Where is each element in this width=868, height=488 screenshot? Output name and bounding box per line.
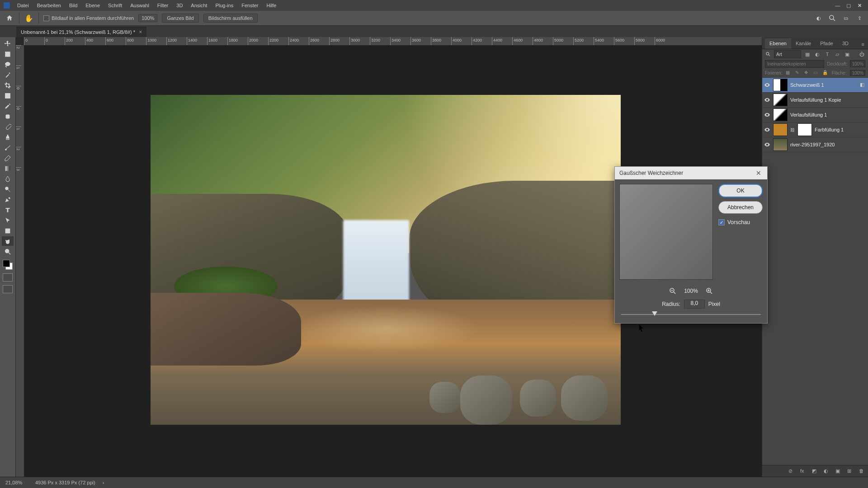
menu-filter[interactable]: Filter	[154, 1, 172, 9]
fill-value[interactable]: 100%	[850, 70, 865, 76]
filter-type-icon[interactable]: T	[824, 51, 831, 58]
status-zoom[interactable]: 21,08%	[5, 480, 28, 485]
quick-mask-button[interactable]	[3, 273, 13, 282]
layer-name[interactable]: Schwarzweiß 1	[790, 82, 857, 88]
visibility-toggle-icon[interactable]	[764, 127, 770, 133]
opacity-value[interactable]: 100%	[850, 60, 865, 67]
dialog-titlebar[interactable]: Gaußscher Weichzeichner ✕	[615, 167, 767, 179]
history-brush-tool[interactable]	[2, 143, 14, 152]
dialog-preview[interactable]	[619, 184, 713, 280]
clone-stamp-tool[interactable]	[2, 132, 14, 142]
dialog-close-button[interactable]: ✕	[755, 169, 763, 177]
layer-thumbnail[interactable]	[773, 138, 788, 151]
lock-artboard-icon[interactable]: ▭	[813, 70, 819, 76]
magic-wand-tool[interactable]	[2, 70, 14, 80]
dodge-tool[interactable]	[2, 184, 14, 194]
radius-input[interactable]: 8,0	[684, 300, 705, 309]
window-restore-button[interactable]: ▢	[844, 1, 854, 9]
hand-tool-selected[interactable]	[2, 236, 14, 246]
blend-mode-select[interactable]: Ineinanderkopieren	[765, 60, 824, 68]
delete-layer-icon[interactable]: 🗑	[859, 468, 865, 474]
ok-button[interactable]: OK	[718, 184, 763, 197]
healing-brush-tool[interactable]	[2, 112, 14, 121]
menu-datei[interactable]: Datei	[14, 1, 33, 9]
rectangle-tool[interactable]	[2, 226, 14, 235]
layer-row[interactable]: river-2951997_1920	[762, 137, 868, 152]
filter-adjust-icon[interactable]: ◐	[814, 51, 821, 58]
foreground-color-swatch[interactable]	[3, 260, 10, 267]
move-tool[interactable]	[2, 39, 14, 48]
lock-transparency-icon[interactable]: ▦	[786, 70, 791, 76]
menu-bearbeiten[interactable]: Bearbeiten	[33, 1, 65, 9]
new-layer-icon[interactable]: ⊞	[847, 468, 854, 474]
zoom-in-button[interactable]	[705, 287, 713, 295]
layer-thumbnail[interactable]	[773, 108, 788, 121]
tab-close-icon[interactable]: ×	[139, 29, 142, 35]
fill-screen-button[interactable]: Bildschirm ausfüllen	[203, 14, 258, 23]
menu-bild[interactable]: Bild	[66, 1, 81, 9]
lasso-tool[interactable]	[2, 60, 14, 69]
workspace-icon[interactable]: ▭	[842, 14, 850, 22]
menu-plugins[interactable]: Plug-ins	[212, 1, 237, 9]
document-tab[interactable]: Unbenannt-1 bei 21,1% (Schwarzweiß 1, RG…	[16, 27, 146, 37]
eyedropper-tool[interactable]	[2, 101, 14, 111]
layer-row[interactable]: ⛓Farbfüllung 1	[762, 122, 868, 137]
link-layers-icon[interactable]: ⊘	[788, 468, 795, 474]
filter-kind-select[interactable]: Art	[774, 50, 801, 58]
cancel-button[interactable]: Abbrechen	[718, 201, 763, 214]
filter-smart-icon[interactable]: ▣	[844, 51, 851, 58]
blur-tool[interactable]	[2, 174, 14, 183]
visibility-toggle-icon[interactable]	[764, 82, 770, 88]
layer-fx-icon[interactable]: fx	[800, 468, 807, 474]
visibility-toggle-icon[interactable]	[764, 112, 770, 118]
panel-menu-icon[interactable]: ≡	[858, 40, 868, 49]
layer-thumbnail[interactable]	[773, 123, 788, 136]
link-icon[interactable]: ⛓	[790, 127, 795, 132]
menu-ansicht[interactable]: Ansicht	[187, 1, 211, 9]
adjustment-layer-icon[interactable]: ◐	[824, 468, 830, 474]
crop-tool[interactable]	[2, 80, 14, 90]
window-close-button[interactable]: ✕	[854, 1, 864, 9]
vertical-ruler[interactable]: 2100123	[16, 45, 24, 477]
tab-pfade[interactable]: Pfade	[816, 38, 838, 49]
layer-group-icon[interactable]: ▣	[835, 468, 842, 474]
visibility-toggle-icon[interactable]	[764, 97, 770, 103]
menu-schrift[interactable]: Schrift	[104, 1, 126, 9]
window-minimize-button[interactable]: —	[833, 1, 843, 9]
lock-all-icon[interactable]: 🔒	[822, 70, 828, 76]
radius-slider[interactable]	[621, 310, 761, 319]
cloud-docs-icon[interactable]: ◐	[815, 14, 823, 22]
mask-thumbnail[interactable]	[797, 123, 812, 136]
lock-position-icon[interactable]: ✥	[804, 70, 810, 76]
layer-row[interactable]: Verlaufsfüllung 1	[762, 108, 868, 122]
zoom-value-field[interactable]: 100%	[138, 14, 157, 22]
lock-paint-icon[interactable]: ✎	[795, 70, 801, 76]
frame-tool[interactable]	[2, 91, 14, 100]
zoom-tool[interactable]	[2, 247, 14, 256]
layer-mask-icon[interactable]: ◩	[812, 468, 818, 474]
scroll-all-windows-checkbox[interactable]: Bildlauf in allen Fenstern durchführen	[43, 15, 134, 21]
layer-row[interactable]: Schwarzweiß 1◧	[762, 78, 868, 93]
layer-name[interactable]: Verlaufsfüllung 1 Kopie	[790, 97, 866, 103]
status-docinfo[interactable]: 4936 Px x 3319 Px (72 ppi)	[35, 480, 95, 485]
adjustment-icon[interactable]: ◧	[860, 82, 866, 88]
filter-pixel-icon[interactable]: ▦	[804, 51, 811, 58]
status-chevron-icon[interactable]: ›	[103, 480, 104, 485]
eraser-tool[interactable]	[2, 153, 14, 163]
layer-thumbnail[interactable]	[773, 79, 788, 91]
path-selection-tool[interactable]	[2, 216, 14, 225]
share-icon[interactable]: ⇪	[855, 14, 863, 22]
layer-thumbnail[interactable]	[773, 94, 788, 106]
menu-auswahl[interactable]: Auswahl	[127, 1, 153, 9]
horizontal-ruler[interactable]: 0020040060080010001200140016001800200022…	[24, 37, 762, 46]
layer-name[interactable]: Farbfüllung 1	[815, 127, 866, 132]
screen-mode-button[interactable]	[3, 285, 13, 293]
layer-row[interactable]: Verlaufsfüllung 1 Kopie	[762, 93, 868, 108]
slider-thumb-icon[interactable]	[652, 311, 657, 316]
menu-3d[interactable]: 3D	[173, 1, 186, 9]
artboard[interactable]	[151, 95, 621, 425]
gradient-tool[interactable]	[2, 164, 14, 173]
visibility-toggle-icon[interactable]	[764, 141, 770, 148]
tab-3d[interactable]: 3D	[838, 38, 853, 49]
menu-hilfe[interactable]: Hilfe	[263, 1, 280, 9]
